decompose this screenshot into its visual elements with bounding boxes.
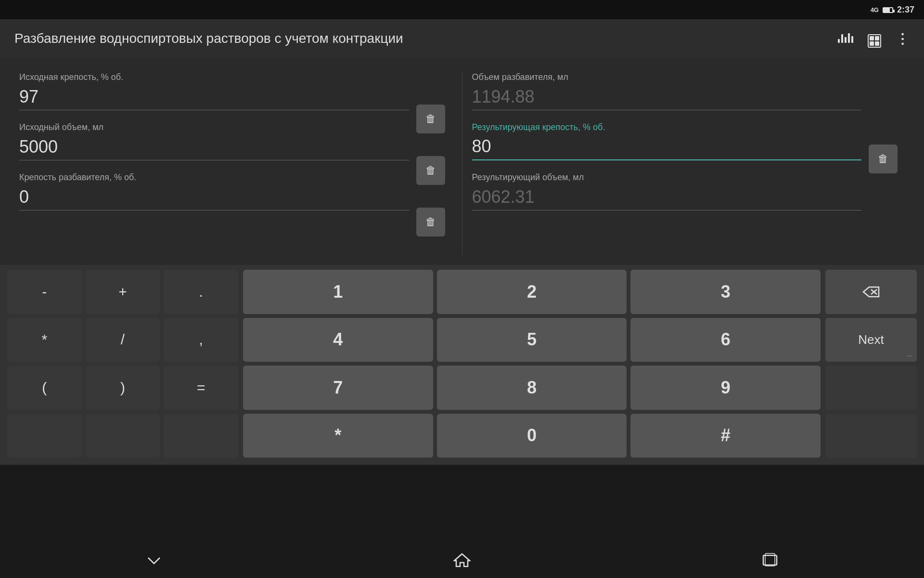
column-separator [462, 72, 462, 255]
recents-button[interactable] [761, 552, 779, 570]
key-dot[interactable]: . [164, 270, 238, 314]
key-7[interactable]: 7 [243, 366, 433, 410]
left-section: Исходная крепость, % об. 97 Исходный объ… [19, 72, 452, 255]
key-3[interactable]: 3 [630, 270, 821, 314]
key-4[interactable]: 4 [243, 318, 433, 362]
key-0[interactable]: 0 [437, 414, 627, 458]
key-spacer-2 [86, 414, 160, 458]
clock: 2:37 [897, 5, 914, 15]
diluent-volume-value: 1194.88 [472, 86, 862, 110]
key-spacer-3 [164, 414, 238, 458]
key-8[interactable]: 8 [437, 366, 627, 410]
dots-label: ... [906, 350, 912, 358]
signal-indicator: 4G [871, 6, 879, 13]
result-volume-label: Результирующий объем, мл [472, 172, 862, 183]
main-content: Исходная крепость, % об. 97 Исходный объ… [0, 58, 924, 265]
recents-icon [761, 552, 779, 567]
symbol-row-4 [7, 414, 238, 458]
number-row-2: 4 5 6 [243, 318, 821, 362]
action-spacer-1 [825, 366, 917, 410]
diluent-strength-value[interactable]: 0 [19, 186, 409, 210]
status-bar: 4G 2:37 [0, 0, 924, 19]
symbol-row-1: - + . [7, 270, 238, 314]
initial-strength-value[interactable]: 97 [19, 86, 409, 110]
more-options-icon[interactable]: ⋮ [896, 31, 910, 47]
equalizer-icon[interactable] [838, 31, 853, 46]
diluent-volume-group: Объем разбавителя, мл 1194.88 [472, 72, 862, 110]
initial-strength-label: Исходная крепость, % об. [19, 72, 409, 82]
app-bar: Разбавление водноспиртовых растворов с у… [0, 19, 924, 58]
result-strength-label: Результирующая крепость, % об. [472, 122, 862, 132]
delete-initial-strength-button[interactable]: 🗑 [416, 105, 445, 133]
number-keys: 1 2 3 4 5 6 7 8 9 * 0 # [243, 270, 821, 458]
home-icon [453, 552, 471, 567]
initial-volume-label: Исходный объем, мл [19, 122, 409, 132]
trash-icon-2: 🗑 [424, 163, 438, 178]
key-1[interactable]: 1 [243, 270, 433, 314]
result-volume-value: 6062.31 [472, 186, 862, 210]
back-button[interactable] [145, 554, 163, 569]
right-delete-column: 🗑 [861, 72, 905, 255]
left-delete-column: 🗑 🗑 🗑 [409, 72, 452, 255]
key-open-paren[interactable]: ( [7, 366, 82, 410]
key-minus[interactable]: - [7, 270, 82, 314]
battery-icon [883, 5, 893, 14]
app-bar-icons: ⋮ [838, 30, 910, 48]
key-spacer-1 [7, 414, 82, 458]
backspace-icon [862, 285, 880, 299]
symbol-row-3: ( ) = [7, 366, 238, 410]
delete-result-strength-button[interactable]: 🗑 [869, 144, 898, 173]
right-fields: Объем разбавителя, мл 1194.88 Результиру… [472, 72, 862, 255]
initial-volume-group: Исходный объем, мл 5000 [19, 122, 409, 160]
diluent-volume-label: Объем разбавителя, мл [472, 72, 862, 82]
keyboard: - + . * / , ( ) = 1 2 3 [0, 265, 924, 465]
trash-icon-1: 🗑 [424, 112, 438, 126]
key-star[interactable]: * [243, 414, 433, 458]
key-9[interactable]: 9 [630, 366, 821, 410]
svg-marker-0 [863, 287, 879, 297]
result-volume-group: Результирующий объем, мл 6062.31 [472, 172, 862, 210]
key-6[interactable]: 6 [630, 318, 821, 362]
home-button[interactable] [453, 552, 471, 571]
next-label: Next [858, 332, 884, 347]
right-section: Объем разбавителя, мл 1194.88 Результиру… [472, 72, 905, 255]
calculator-icon[interactable] [868, 30, 881, 48]
action-keys: Next ... [825, 270, 917, 458]
key-asterisk[interactable]: * [7, 318, 82, 362]
action-spacer-2 [825, 414, 917, 458]
trash-icon-4: 🗑 [876, 152, 890, 166]
key-equals[interactable]: = [164, 366, 238, 410]
initial-volume-value[interactable]: 5000 [19, 136, 409, 160]
number-row-4: * 0 # [243, 414, 821, 458]
result-strength-value[interactable]: 80 [472, 136, 862, 160]
key-close-paren[interactable]: ) [86, 366, 160, 410]
svg-marker-3 [454, 554, 470, 566]
diluent-strength-label: Крепость разбавителя, % об. [19, 172, 409, 183]
number-row-3: 7 8 9 [243, 366, 821, 410]
initial-strength-group: Исходная крепость, % об. 97 [19, 72, 409, 110]
key-comma[interactable]: , [164, 318, 238, 362]
left-fields: Исходная крепость, % об. 97 Исходный объ… [19, 72, 409, 255]
symbol-row-2: * / , [7, 318, 238, 362]
back-icon [145, 556, 163, 565]
symbol-keys: - + . * / , ( ) = [7, 270, 238, 458]
app-title: Разбавление водноспиртовых растворов с у… [14, 31, 828, 46]
bottom-nav [0, 544, 924, 578]
backspace-button[interactable] [825, 270, 917, 314]
result-strength-group: Результирующая крепость, % об. 80 [472, 122, 862, 160]
delete-diluent-strength-button[interactable]: 🗑 [416, 208, 445, 236]
key-hash[interactable]: # [630, 414, 821, 458]
key-2[interactable]: 2 [437, 270, 627, 314]
number-row-1: 1 2 3 [243, 270, 821, 314]
key-5[interactable]: 5 [437, 318, 627, 362]
diluent-strength-group: Крепость разбавителя, % об. 0 [19, 172, 409, 210]
trash-icon-3: 🗑 [424, 215, 438, 229]
key-plus[interactable]: + [86, 270, 160, 314]
key-slash[interactable]: / [86, 318, 160, 362]
next-button[interactable]: Next ... [825, 318, 917, 362]
delete-initial-volume-button[interactable]: 🗑 [416, 156, 445, 185]
